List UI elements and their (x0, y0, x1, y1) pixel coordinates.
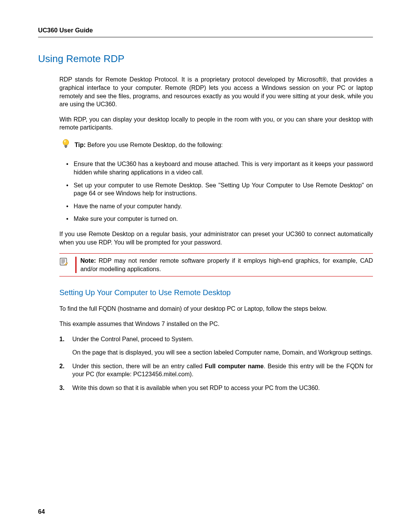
paragraph: To find the full FQDN (hostname and doma… (59, 305, 373, 313)
numbered-list: Under the Control Panel, proceed to Syst… (59, 335, 373, 392)
subsection-heading: Setting Up Your Computer to Use Remote D… (59, 287, 373, 298)
list-item: Ensure that the UC360 has a keyboard and… (66, 160, 373, 176)
tip-callout: Tip: Before you use Remote Desktop, do t… (62, 139, 373, 152)
list-item: Under this section, there will be an ent… (59, 362, 373, 379)
note-red-bar (75, 257, 76, 273)
svg-point-0 (63, 139, 69, 145)
bullet-list: Ensure that the UC360 has a keyboard and… (66, 160, 373, 223)
paragraph: This example assumes that Windows 7 inst… (59, 320, 373, 328)
svg-rect-3 (65, 147, 67, 148)
list-item: Have the name of your computer handy. (66, 202, 373, 211)
tip-text: Tip: Before you use Remote Desktop, do t… (75, 141, 223, 149)
running-header: UC360 User Guide (38, 26, 373, 37)
step-text-pre: Under this section, there will be an ent… (72, 363, 205, 369)
list-item: Write this down so that it is available … (59, 384, 373, 392)
paragraph: If you use Remote Desktop on a regular b… (59, 230, 373, 246)
paragraph: RDP stands for Remote Desktop Protocol. … (59, 75, 373, 108)
page-number: 64 (38, 508, 45, 516)
list-text: Set up your computer to use Remote Deskt… (74, 181, 373, 198)
tip-body: Before you use Remote Desktop, do the fo… (86, 142, 223, 148)
step-subtext: On the page that is displayed, you will … (72, 348, 373, 357)
list-text: Have the name of your computer handy. (74, 202, 182, 211)
note-callout: Note: RDP may not render remote software… (59, 253, 373, 276)
tip-label: Tip: (75, 142, 86, 148)
svg-rect-2 (65, 145, 67, 147)
note-text: Note: RDP may not render remote software… (80, 257, 373, 273)
note-body: RDP may not render remote software prope… (80, 257, 373, 272)
section-heading: Using Remote RDP (38, 52, 373, 66)
note-label: Note: (80, 257, 96, 264)
list-item: Set up your computer to use Remote Deskt… (66, 181, 373, 198)
lightbulb-icon (62, 139, 70, 152)
paragraph: With RDP, you can display your desktop l… (59, 115, 373, 132)
step-text: Under the Control Panel, proceed to Syst… (72, 336, 193, 342)
step-text: Write this down so that it is available … (72, 385, 320, 391)
list-item: Make sure your computer is turned on. (66, 215, 373, 223)
list-text: Make sure your computer is turned on. (74, 215, 178, 223)
list-item: Under the Control Panel, proceed to Syst… (59, 335, 373, 357)
step-text-bold: Full computer name (205, 363, 264, 369)
body-content: RDP stands for Remote Desktop Protocol. … (38, 75, 373, 392)
svg-point-1 (64, 140, 66, 142)
note-icon (59, 257, 68, 268)
list-text: Ensure that the UC360 has a keyboard and… (74, 160, 373, 176)
